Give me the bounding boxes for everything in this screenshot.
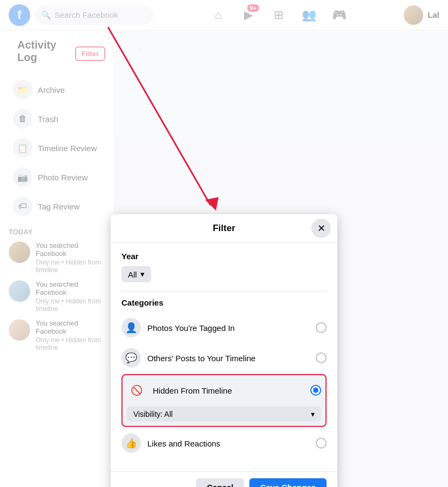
photos-tagged-label: Photos You're Tagged In	[147, 323, 309, 332]
likes-reactions-label: Likes and Reactions	[147, 438, 309, 448]
category-likes-reactions[interactable]: 👍 Likes and Reactions	[121, 428, 327, 458]
year-section-title: Year	[121, 252, 327, 261]
visibility-select[interactable]: Visibility: All ▾	[127, 407, 321, 422]
modal-footer: Cancel Save Changes	[111, 471, 337, 487]
others-posts-icon: 💬	[121, 348, 141, 368]
others-posts-radio[interactable]	[316, 353, 327, 363]
others-posts-label: Others' Posts to Your Timeline	[147, 353, 309, 362]
year-value: All	[128, 269, 137, 279]
modal-title: Filter	[213, 223, 235, 233]
photos-tagged-radio[interactable]	[316, 322, 327, 333]
cancel-button[interactable]: Cancel	[196, 478, 244, 487]
save-changes-button[interactable]: Save Changes	[249, 478, 327, 487]
categories-section-title: Categories	[121, 298, 327, 307]
filter-modal: Filter ✕ Year All ▾ Categories 👤 Photos …	[111, 214, 337, 487]
likes-reactions-radio[interactable]	[316, 438, 327, 449]
divider-1	[121, 291, 327, 292]
hidden-from-timeline-highlighted: 🚫 Hidden From Timeline Visibility: All ▾	[121, 374, 327, 427]
likes-reactions-icon: 👍	[121, 434, 141, 453]
modal-header: Filter ✕	[111, 214, 337, 243]
year-chevron-icon: ▾	[140, 269, 145, 279]
hidden-timeline-label: Hidden From Timeline	[153, 385, 304, 395]
modal-close-button[interactable]: ✕	[311, 219, 331, 238]
visibility-label: Visibility: All	[133, 410, 173, 418]
modal-body: Year All ▾ Categories 👤 Photos You're Ta…	[111, 243, 337, 467]
visibility-chevron-icon: ▾	[311, 410, 315, 418]
hidden-timeline-icon: 🚫	[127, 381, 146, 400]
radio-inner	[313, 388, 318, 393]
category-hidden-timeline[interactable]: 🚫 Hidden From Timeline	[127, 377, 321, 403]
category-others-posts[interactable]: 💬 Others' Posts to Your Timeline	[121, 343, 327, 373]
photos-tagged-icon: 👤	[121, 318, 141, 337]
category-photos-tagged[interactable]: 👤 Photos You're Tagged In	[121, 313, 327, 343]
hidden-timeline-radio[interactable]	[310, 385, 321, 396]
year-select[interactable]: All ▾	[121, 266, 151, 282]
